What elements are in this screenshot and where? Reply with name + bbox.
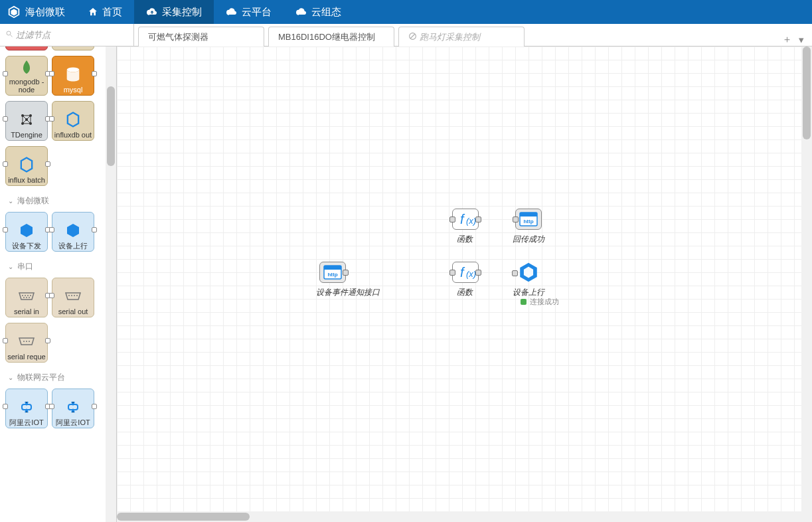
flow-label-func2: 函数 (457, 287, 473, 298)
palette-label: 阿里云IOT (56, 418, 90, 426)
palette-node-influxout[interactable]: influxdb out (52, 101, 94, 141)
palette-cat-serial[interactable]: ⌄串口 (0, 254, 116, 275)
svg-text:f: f (460, 212, 465, 226)
svg-text:f: f (460, 265, 465, 280)
nav-cloud[interactable]: 云平台 (214, 0, 284, 24)
palette-scrollbar[interactable] (106, 46, 116, 522)
tabs-right: ＋ ▾ (774, 33, 812, 46)
palette-node-serialin[interactable]: serial in (5, 278, 48, 317)
palette-label: 设备下发 (12, 242, 41, 250)
palette-label: influxdb out (54, 131, 92, 139)
http-out-icon: http (519, 211, 538, 227)
nav-cloudcfg-label: 云组态 (311, 6, 341, 19)
palette-node-serialreq[interactable]: serial reque (5, 323, 48, 363)
disabled-icon (408, 32, 417, 43)
palette-label: mongodb - node (6, 78, 47, 94)
svg-point-22 (26, 341, 27, 342)
flow-node-func1[interactable]: f(x) (452, 209, 479, 230)
palette-label: serial in (14, 307, 39, 315)
svg-point-20 (76, 295, 78, 296)
palette-node-devdown[interactable]: 设备下发 (5, 212, 48, 252)
function-icon: f(x) (455, 264, 476, 281)
canvas-scrollbar-h[interactable] (117, 511, 801, 522)
cat-label: 物联网云平台 (17, 372, 65, 383)
palette-node-tdengine[interactable]: TDengine (5, 101, 48, 141)
svg-point-12 (27, 295, 29, 296)
palette-node-serialout[interactable]: serial out (52, 278, 94, 317)
serial-icon (12, 330, 41, 353)
canvas-scrollbar-v[interactable] (801, 46, 812, 522)
filter-box (0, 24, 134, 46)
svg-point-16 (29, 297, 30, 298)
palette-label: serial out (58, 307, 88, 315)
tab-3-label: 跑马灯采集控制 (420, 31, 480, 43)
palette-node-influxin[interactable] (52, 46, 94, 50)
svg-point-21 (23, 341, 25, 342)
palette-label: 阿里云IOT (9, 418, 43, 426)
function-icon: f(x) (455, 211, 476, 228)
svg-point-18 (71, 295, 72, 296)
devup-icon (515, 261, 542, 284)
flow-node-httpin[interactable]: http (319, 262, 346, 283)
palette-node-aliiot2[interactable]: 阿里云IOT (52, 389, 94, 428)
wires (117, 46, 316, 146)
svg-point-11 (25, 295, 26, 296)
add-tab-button[interactable]: ＋ (782, 33, 792, 46)
brand-icon (7, 5, 21, 19)
svg-text:(x): (x) (466, 216, 476, 226)
tabs-menu-button[interactable]: ▾ (799, 34, 804, 46)
brand: 海创微联 (0, 5, 76, 19)
nav-home[interactable]: 首页 (76, 0, 134, 24)
tabs: 可燃气体探测器 MB16DI16DO继电器控制 跑马灯采集控制 ＋ ▾ (134, 24, 812, 46)
flow-label-func1: 函数 (457, 234, 473, 245)
chevron-down-icon: ⌄ (8, 374, 13, 381)
devup-icon (58, 219, 88, 242)
chevron-down-icon: ⌄ (8, 263, 13, 270)
filter-input[interactable] (16, 30, 128, 40)
cat-label: 串口 (17, 261, 33, 272)
palette-label: serial reque (7, 353, 45, 361)
palette-label: mysql (64, 86, 83, 94)
svg-point-14 (23, 297, 25, 298)
serial-icon (12, 285, 41, 307)
palette-node-devup[interactable]: 设备上行 (52, 212, 94, 252)
palette-cat-iot[interactable]: ⌄物联网云平台 (0, 365, 116, 386)
svg-line-1 (11, 35, 13, 37)
flow-label-httpout: 回传成功 (513, 234, 544, 245)
svg-point-13 (30, 295, 31, 296)
nav-collect[interactable]: 采集控制 (134, 0, 214, 24)
svg-point-23 (29, 341, 30, 342)
search-icon (5, 30, 13, 40)
palette-node-aliiot1[interactable]: 阿里云IOT (5, 389, 48, 428)
palette-label: TDengine (11, 131, 42, 139)
flow-node-func2[interactable]: f(x) (452, 262, 479, 283)
palette-cat-hcwl[interactable]: ⌄海创微联 (0, 189, 116, 209)
svg-line-3 (410, 34, 415, 39)
palette-label: influx batch (8, 176, 45, 184)
svg-point-17 (68, 295, 70, 296)
flow-node-devup[interactable] (515, 262, 542, 283)
palette-node-influxbatch[interactable]: influx batch (5, 146, 48, 186)
tab-1[interactable]: 可燃气体探测器 (138, 27, 264, 46)
nav-collect-label: 采集控制 (162, 6, 202, 19)
palette-node-mongodb[interactable]: mongodb - node (5, 56, 48, 96)
serial-icon (58, 285, 88, 307)
svg-point-10 (22, 295, 23, 296)
tab-3[interactable]: 跑马灯采集控制 (398, 27, 525, 46)
svg-rect-34 (520, 213, 537, 217)
tab-2[interactable]: MB16DI16DO继电器控制 (268, 27, 394, 46)
flow-canvas[interactable]: http 设备事件通知接口 f(x) 函数 f(x) 函数 http 回传成功 (117, 46, 812, 522)
palette-node-red[interactable] (5, 46, 48, 50)
svg-text:http: http (327, 272, 337, 278)
chevron-down-icon: ⌄ (8, 197, 13, 205)
nav-cloudcfg[interactable]: 云组态 (284, 0, 353, 24)
aliiot-icon (12, 396, 41, 418)
mongodb-icon (12, 56, 41, 78)
palette-node-mysql[interactable]: mysql (52, 56, 94, 96)
tabs-row: 可燃气体探测器 MB16DI16DO继电器控制 跑马灯采集控制 ＋ ▾ (0, 24, 812, 46)
tdengine-icon (12, 108, 41, 131)
flow-node-httpout[interactable]: http (515, 209, 542, 230)
svg-point-15 (26, 297, 27, 298)
palette-label: 设备上行 (58, 242, 88, 250)
nav-cloud-label: 云平台 (242, 6, 272, 19)
